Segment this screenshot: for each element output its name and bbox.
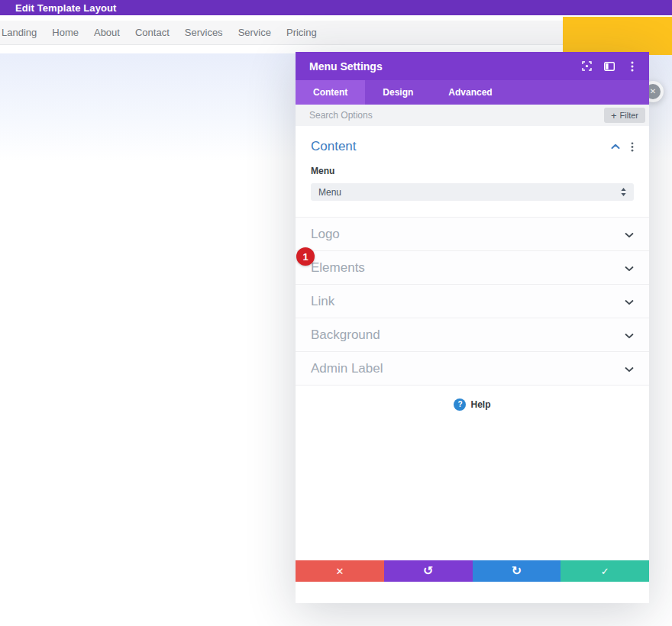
help-button[interactable]: ? Help <box>296 399 649 411</box>
tab-design[interactable]: Design <box>365 80 431 105</box>
menu-select[interactable]: Menu <box>311 183 634 201</box>
admin-bar-title: Edit Template Layout <box>15 2 117 14</box>
hero-yellow-block <box>563 17 672 55</box>
modal-body: Content Menu <box>296 126 649 582</box>
nav-link-landing[interactable]: Landing <box>2 27 37 38</box>
section-logo[interactable]: Logo <box>296 218 649 251</box>
filter-button-label: Filter <box>620 111 638 120</box>
undo-icon: ↺ <box>423 565 433 577</box>
menu-settings-modal: Menu Settings <box>296 52 649 603</box>
field-label-menu: Menu <box>311 166 634 176</box>
search-input[interactable] <box>309 110 604 121</box>
chevron-down-icon <box>625 227 634 241</box>
content-section-header: Content <box>311 139 634 154</box>
section-background-label: Background <box>311 328 625 343</box>
section-link[interactable]: Link <box>296 285 649 318</box>
nav-link-services[interactable]: Services <box>185 27 223 38</box>
select-arrows-icon <box>621 188 626 196</box>
wp-admin-bar: Edit Template Layout <box>0 0 672 15</box>
page: Edit Template Layout Landing Home About … <box>0 0 672 626</box>
nav-link-pricing[interactable]: Pricing <box>286 27 317 38</box>
section-background[interactable]: Background <box>296 318 649 352</box>
tab-content[interactable]: Content <box>296 80 365 105</box>
collapsed-sections: Logo Elements Link <box>296 217 649 386</box>
section-link-label: Link <box>311 294 625 309</box>
nav-link-contact[interactable]: Contact <box>135 27 170 38</box>
split-view-icon[interactable] <box>604 61 615 72</box>
chevron-down-icon <box>625 261 634 275</box>
redo-button[interactable]: ↻ <box>473 560 561 582</box>
section-elements[interactable]: Elements <box>296 251 649 285</box>
help-label: Help <box>470 399 490 410</box>
chevron-down-icon <box>625 328 634 342</box>
header-options-icon[interactable] <box>627 61 638 72</box>
undo-button[interactable]: ↺ <box>384 560 473 582</box>
collapse-chevron-up-icon[interactable] <box>611 144 620 150</box>
section-title-content[interactable]: Content <box>311 139 600 154</box>
nav-link-service[interactable]: Service <box>238 27 271 38</box>
section-elements-label: Elements <box>311 260 625 276</box>
help-icon: ? <box>454 399 466 411</box>
redo-icon: ↻ <box>512 565 522 577</box>
modal-header: Menu Settings <box>296 52 649 80</box>
content-section: Content Menu <box>296 126 649 201</box>
menu-select-value: Menu <box>318 187 621 198</box>
tab-advanced[interactable]: Advanced <box>431 80 509 105</box>
discard-button[interactable]: ✕ <box>296 560 384 582</box>
nav-link-about[interactable]: About <box>94 27 120 38</box>
modal-tab-bar: Content Design Advanced <box>296 80 649 105</box>
check-icon: ✓ <box>601 566 609 576</box>
modal-title: Menu Settings <box>309 60 569 73</box>
nav-link-home[interactable]: Home <box>52 27 79 38</box>
search-options-row: + Filter <box>296 105 649 126</box>
chevron-down-icon <box>625 362 634 376</box>
section-admin-label[interactable]: Admin Label <box>296 352 649 386</box>
filter-button[interactable]: + Filter <box>604 108 645 123</box>
modal-action-bar: ✕ ↺ ↻ ✓ <box>296 560 649 582</box>
save-button[interactable]: ✓ <box>561 560 649 582</box>
expand-icon[interactable] <box>581 61 592 72</box>
section-admin-label-label: Admin Label <box>311 361 625 376</box>
plus-icon: + <box>611 111 617 121</box>
discard-x-icon: ✕ <box>335 566 344 576</box>
step-badge: 1 <box>296 247 315 266</box>
section-logo-label: Logo <box>311 227 625 242</box>
chevron-down-icon <box>625 295 634 308</box>
section-options-icon[interactable] <box>631 142 634 152</box>
